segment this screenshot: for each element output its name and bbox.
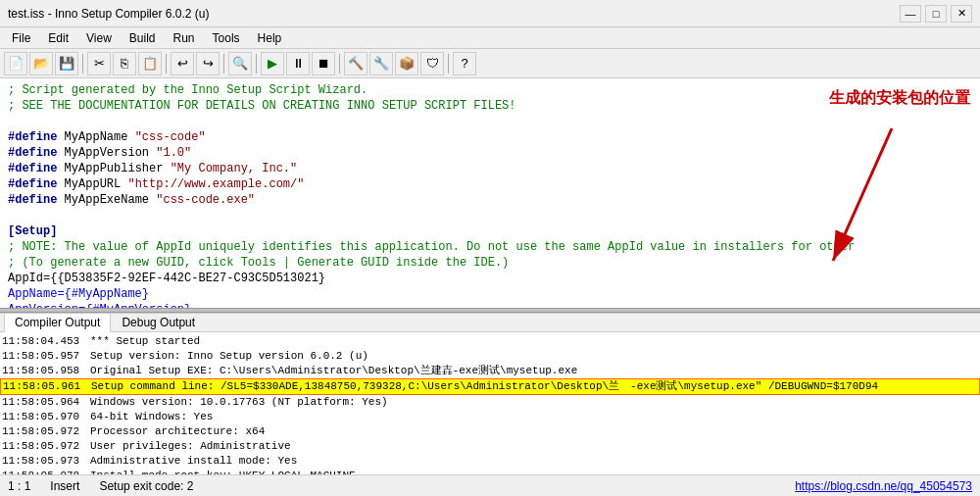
log-msg: Original Setup EXE: C:\Users\Administrat…	[90, 364, 577, 378]
menu-bar: FileEditViewBuildRunToolsHelp	[0, 27, 980, 49]
log-msg: 64-bit Windows: Yes	[90, 410, 213, 424]
redo-button[interactable]: ↪	[196, 52, 220, 75]
code-line: #define MyAppName "css-code"	[0, 129, 980, 145]
menu-item-help[interactable]: Help	[250, 29, 290, 47]
editor-area: ; Script generated by the Inno Setup Scr…	[0, 78, 980, 496]
line-text: #define MyAppExeName "css-code.exe"	[0, 192, 255, 208]
log-time: 11:58:05.964	[2, 395, 90, 410]
status-mode: Insert	[50, 479, 79, 493]
log-time: 11:58:04.453	[2, 334, 90, 349]
package-button[interactable]: 📦	[395, 52, 418, 75]
stop-button[interactable]: ⏹	[312, 52, 335, 75]
help-button[interactable]: ?	[453, 52, 476, 75]
log-msg: Windows version: 10.0.17763 (NT platform…	[90, 395, 388, 410]
paste-button[interactable]: 📋	[138, 52, 162, 75]
log-line: 11:58:05.970 64-bit Windows: Yes	[0, 410, 980, 424]
log-line: 11:58:05.973 Administrative install mode…	[0, 454, 980, 469]
log-msg: Setup command line: /SL5=$330ADE,1384875…	[91, 379, 878, 394]
log-time: 11:58:05.961	[3, 379, 91, 394]
code-line: AppId={{D53835F2-92EF-442C-BE27-C93C5D51…	[0, 271, 980, 286]
code-line	[0, 208, 980, 223]
status-position: 1 : 1	[8, 479, 30, 493]
log-line: 11:58:05.972 User privileges: Administra…	[0, 439, 980, 454]
log-panel: 11:58:04.453 *** Setup started 11:58:05.…	[0, 332, 980, 474]
menu-item-view[interactable]: View	[78, 29, 120, 47]
code-line: [Setup]	[0, 223, 980, 239]
title-text: test.iss - Inno Setup Compiler 6.0.2 (u)	[8, 7, 209, 21]
open-button[interactable]: 📂	[29, 52, 53, 75]
line-text: ; Script generated by the Inno Setup Scr…	[0, 82, 368, 98]
code-content: ; Script generated by the Inno Setup Scr…	[0, 78, 980, 308]
minimize-button[interactable]: —	[900, 5, 921, 23]
tab-debug-output[interactable]: Debug Output	[111, 313, 206, 332]
menu-item-edit[interactable]: Edit	[40, 29, 76, 47]
code-line: #define MyAppExeName "css-code.exe"	[0, 192, 980, 208]
cut-button[interactable]: ✂	[87, 52, 111, 75]
toolbar-separator-2	[166, 54, 167, 74]
log-line: 11:58:05.958 Original Setup EXE: C:\User…	[0, 364, 980, 378]
restore-button[interactable]: □	[925, 5, 947, 23]
toolbar-separator-5	[339, 54, 340, 74]
code-line: ; (To generate a new GUID, click Tools |…	[0, 255, 980, 271]
line-text: #define MyAppURL "http://www.example.com…	[0, 176, 304, 192]
line-text: ; (To generate a new GUID, click Tools |…	[0, 255, 509, 271]
settings-button[interactable]: 🔧	[369, 52, 393, 75]
line-text: #define MyAppVersion "1.0"	[0, 145, 191, 161]
log-line: 11:58:05.972 Processor architecture: x64	[0, 424, 980, 439]
log-msg: *** Setup started	[90, 334, 200, 349]
toolbar: 📄 📂 💾 ✂ ⎘ 📋 ↩ ↪ 🔍 ▶ ⏸ ⏹ 🔨 🔧 📦 🛡 ?	[0, 49, 980, 78]
undo-button[interactable]: ↩	[171, 52, 194, 75]
menu-item-build[interactable]: Build	[122, 29, 164, 47]
log-line: 11:58:05.964 Windows version: 10.0.17763…	[0, 395, 980, 410]
code-line: ; SEE THE DOCUMENTATION FOR DETAILS ON C…	[0, 98, 980, 114]
line-text: ; NOTE: The value of AppId uniquely iden…	[0, 239, 855, 255]
build-button[interactable]: 🔨	[344, 52, 368, 75]
code-line: ; NOTE: The value of AppId uniquely iden…	[0, 239, 980, 255]
line-text	[0, 114, 15, 129]
status-exit-code: Setup exit code: 2	[99, 479, 193, 493]
log-time: 11:58:05.957	[2, 349, 90, 364]
line-text: [Setup]	[0, 223, 57, 239]
save-button[interactable]: 💾	[55, 52, 78, 75]
log-time: 11:58:05.973	[2, 454, 90, 469]
line-text: AppVersion={#MyAppVersion}	[0, 302, 191, 308]
line-text: AppId={{D53835F2-92EF-442C-BE27-C93C5D51…	[0, 271, 325, 286]
find-button[interactable]: 🔍	[228, 52, 252, 75]
tab-compiler-output[interactable]: Compiler Output	[4, 313, 111, 332]
menu-item-run[interactable]: Run	[166, 29, 203, 47]
title-bar: test.iss - Inno Setup Compiler 6.0.2 (u)…	[0, 0, 980, 27]
window-controls: — □ ✕	[900, 5, 972, 23]
menu-item-tools[interactable]: Tools	[205, 29, 248, 47]
code-line	[0, 114, 980, 129]
code-line: #define MyAppVersion "1.0"	[0, 145, 980, 161]
main-area: ; Script generated by the Inno Setup Scr…	[0, 78, 980, 496]
toolbar-separator-4	[256, 54, 257, 74]
log-msg: Administrative install mode: Yes	[90, 454, 297, 469]
log-msg: User privileges: Administrative	[90, 439, 291, 454]
log-time: 11:58:05.970	[2, 410, 90, 424]
status-bar: 1 : 1 Insert Setup exit code: 2 https://…	[0, 474, 980, 496]
line-text: ; SEE THE DOCUMENTATION FOR DETAILS ON C…	[0, 98, 516, 114]
toolbar-separator-3	[223, 54, 224, 74]
shield-button[interactable]: 🛡	[420, 52, 444, 75]
code-editor[interactable]: ; Script generated by the Inno Setup Scr…	[0, 78, 980, 308]
run-button[interactable]: ▶	[261, 52, 284, 75]
toolbar-separator-1	[82, 54, 83, 74]
log-line: 11:58:05.957 Setup version: Inno Setup v…	[0, 349, 980, 364]
line-text: #define MyAppName "css-code"	[0, 129, 206, 145]
status-right: https://blog.csdn.ne/qq_45054573	[795, 479, 972, 493]
log-line-highlighted: 11:58:05.961 Setup command line: /SL5=$3…	[0, 378, 980, 395]
log-content[interactable]: 11:58:04.453 *** Setup started 11:58:05.…	[0, 332, 980, 474]
new-button[interactable]: 📄	[4, 52, 27, 75]
status-link[interactable]: https://blog.csdn.ne/qq_45054573	[795, 479, 972, 493]
copy-button[interactable]: ⎘	[113, 52, 136, 75]
code-line: #define MyAppURL "http://www.example.com…	[0, 176, 980, 192]
pause-button[interactable]: ⏸	[286, 52, 310, 75]
menu-item-file[interactable]: File	[4, 29, 38, 47]
line-text: #define MyAppPublisher "My Company, Inc.…	[0, 161, 297, 176]
log-msg: Setup version: Inno Setup version 6.0.2 …	[90, 349, 368, 364]
status-left: 1 : 1 Insert Setup exit code: 2	[8, 479, 193, 493]
log-time: 11:58:05.972	[2, 424, 90, 439]
close-button[interactable]: ✕	[951, 5, 972, 23]
line-text	[0, 208, 15, 223]
